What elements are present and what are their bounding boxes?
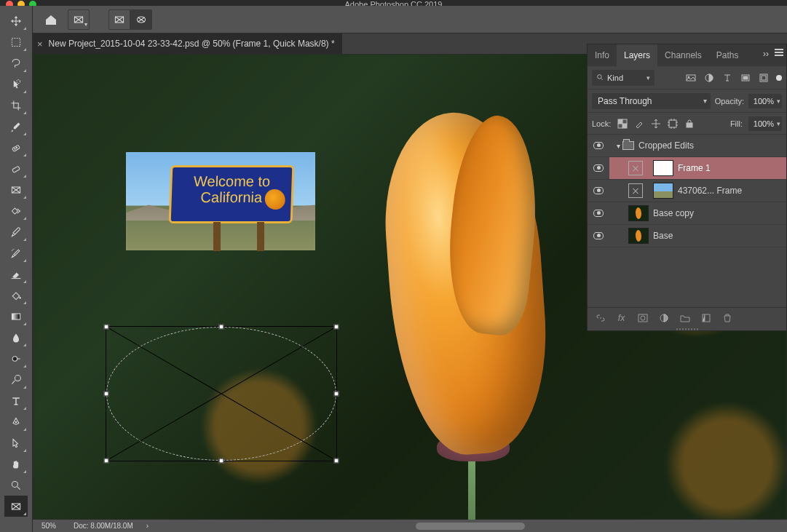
lock-artboard-icon[interactable] bbox=[667, 118, 678, 129]
close-document-icon[interactable]: × bbox=[37, 39, 43, 49]
move-tool[interactable] bbox=[4, 10, 28, 31]
spot-healing-tool[interactable] bbox=[4, 137, 28, 158]
layer-name: Cropped Edits bbox=[638, 140, 694, 151]
layer-content-thumbnail[interactable] bbox=[653, 160, 673, 176]
lock-position-icon[interactable] bbox=[650, 118, 661, 129]
layer-content-thumbnail[interactable] bbox=[653, 183, 673, 199]
transform-handle-br[interactable] bbox=[334, 458, 339, 464]
visibility-toggle-icon[interactable] bbox=[593, 232, 604, 239]
embedded-frame-image[interactable]: Welcome to California bbox=[126, 152, 315, 250]
mask-link-icon[interactable] bbox=[647, 183, 653, 198]
zoom-level[interactable]: 50% bbox=[33, 522, 65, 530]
visibility-toggle-icon[interactable] bbox=[593, 210, 604, 217]
content-aware-move-tool[interactable] bbox=[4, 200, 28, 221]
filter-type-icon[interactable] bbox=[721, 72, 732, 83]
transform-handle-tl[interactable] bbox=[104, 325, 109, 330]
document-size[interactable]: Doc: 8.00M/18.0M bbox=[65, 522, 142, 530]
add-mask-icon[interactable] bbox=[637, 312, 648, 323]
frame-tool[interactable] bbox=[4, 496, 28, 517]
layer-thumbnail[interactable] bbox=[628, 228, 649, 244]
layer-filter-kind[interactable]: Kind ▾ bbox=[592, 70, 654, 86]
panel-resize-grip[interactable] bbox=[588, 327, 786, 330]
zoom-tool[interactable] bbox=[4, 475, 28, 496]
layer-group-cropped-edits[interactable]: ▾ Cropped Edits bbox=[588, 135, 786, 157]
layer-name: Base copy bbox=[653, 208, 694, 218]
delete-layer-icon[interactable] bbox=[721, 312, 732, 323]
lock-pixels-icon[interactable] bbox=[633, 118, 644, 129]
transform-bounding-box[interactable] bbox=[106, 326, 337, 461]
history-brush-tool[interactable] bbox=[4, 242, 28, 263]
transform-handle-ml[interactable] bbox=[104, 392, 109, 397]
svg-point-12 bbox=[12, 481, 17, 487]
new-adjustment-layer-icon[interactable] bbox=[658, 312, 669, 323]
lasso-tool[interactable] bbox=[4, 52, 28, 74]
blend-mode-dropdown[interactable]: Pass Through bbox=[592, 93, 711, 109]
dodge-tool[interactable] bbox=[4, 348, 28, 369]
frame-thumbnail[interactable] bbox=[628, 183, 643, 198]
paint-bucket-tool[interactable] bbox=[4, 285, 28, 306]
visibility-toggle-icon[interactable] bbox=[593, 164, 604, 172]
hand-tool[interactable] bbox=[4, 453, 28, 475]
blur-tool[interactable] bbox=[4, 327, 28, 348]
tab-info[interactable]: Info bbox=[588, 44, 617, 66]
frame-tool-preset[interactable]: ▾ bbox=[68, 9, 90, 30]
status-bar: 50% Doc: 8.00M/18.0M › bbox=[33, 520, 787, 532]
status-menu-caret-icon[interactable]: › bbox=[142, 522, 153, 530]
filter-adjustment-icon[interactable] bbox=[703, 72, 714, 83]
transform-handle-bm[interactable] bbox=[219, 458, 224, 464]
frame-tool-rect[interactable] bbox=[4, 179, 28, 200]
visibility-toggle-icon[interactable] bbox=[593, 187, 604, 194]
visibility-toggle-icon[interactable] bbox=[593, 142, 604, 149]
lock-all-icon[interactable] bbox=[684, 118, 695, 129]
frame-thumbnail[interactable] bbox=[628, 161, 643, 175]
horizontal-scrollbar[interactable] bbox=[153, 523, 787, 530]
layer-frame-2[interactable]: 437062... Frame bbox=[588, 180, 786, 202]
path-selection-tool[interactable] bbox=[4, 432, 28, 453]
tab-channels[interactable]: Channels bbox=[657, 44, 709, 66]
clone-stamp-tool[interactable] bbox=[4, 158, 28, 179]
pen-tool[interactable] bbox=[4, 411, 28, 432]
filter-smartobject-icon[interactable] bbox=[758, 72, 769, 83]
layer-frame-1[interactable]: Frame 1 bbox=[588, 157, 786, 180]
layer-base[interactable]: Base bbox=[588, 225, 786, 247]
transform-handle-bl[interactable] bbox=[104, 458, 109, 464]
type-tool[interactable] bbox=[4, 390, 28, 411]
panel-collapse-icon[interactable]: ›› bbox=[763, 49, 769, 59]
filter-toggle-indicator bbox=[776, 75, 782, 81]
layer-thumbnail[interactable] bbox=[628, 205, 649, 221]
frame-rect-option[interactable] bbox=[108, 9, 130, 30]
brush-tool[interactable] bbox=[4, 221, 28, 242]
eyedropper-tool[interactable] bbox=[4, 116, 28, 137]
layer-style-icon[interactable]: fx bbox=[616, 312, 627, 323]
transform-handle-tr[interactable] bbox=[334, 325, 339, 330]
mask-link-icon[interactable] bbox=[647, 161, 653, 175]
opacity-input[interactable]: 100% bbox=[748, 94, 782, 108]
layer-base-copy[interactable]: Base copy bbox=[588, 202, 786, 225]
panel-menu-icon[interactable] bbox=[775, 49, 783, 59]
fill-input[interactable]: 100% bbox=[748, 116, 782, 131]
svg-rect-27 bbox=[618, 119, 622, 124]
svg-rect-28 bbox=[622, 124, 627, 128]
marquee-tool[interactable] bbox=[4, 31, 28, 52]
sponge-tool[interactable] bbox=[4, 369, 28, 390]
crop-tool[interactable] bbox=[4, 95, 28, 116]
home-button[interactable] bbox=[40, 9, 62, 30]
tab-paths[interactable]: Paths bbox=[709, 44, 746, 66]
quick-selection-tool[interactable] bbox=[4, 74, 28, 95]
group-disclosure-icon[interactable]: ▾ bbox=[614, 142, 622, 150]
eraser-tool[interactable] bbox=[4, 263, 28, 285]
layer-filter-row: Kind ▾ bbox=[588, 66, 786, 90]
gradient-tool[interactable] bbox=[4, 306, 28, 327]
panel-tabs: Info Layers Channels Paths ›› bbox=[588, 44, 786, 66]
tab-layers[interactable]: Layers bbox=[617, 44, 657, 66]
frame-ellipse-option[interactable] bbox=[130, 9, 152, 30]
filter-shape-icon[interactable] bbox=[740, 72, 751, 83]
transform-handle-tm[interactable] bbox=[219, 325, 224, 330]
transform-handle-mr[interactable] bbox=[334, 392, 339, 397]
new-group-icon[interactable] bbox=[679, 312, 690, 323]
document-tab[interactable]: × New Project_2015-10-04 23-33-42.psd @ … bbox=[33, 33, 342, 54]
lock-transparency-icon[interactable] bbox=[617, 118, 628, 129]
new-layer-icon[interactable] bbox=[700, 312, 711, 323]
link-layers-icon[interactable] bbox=[595, 312, 606, 323]
filter-pixel-icon[interactable] bbox=[685, 72, 696, 83]
